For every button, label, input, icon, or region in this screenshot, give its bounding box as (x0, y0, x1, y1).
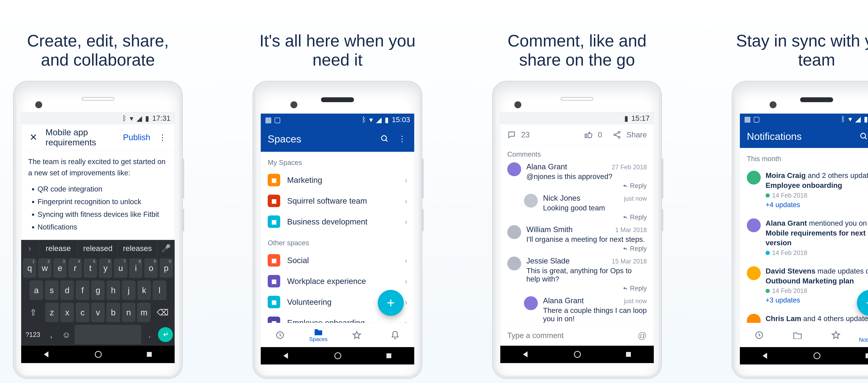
reply-button[interactable]: Reply (526, 285, 647, 292)
key-m[interactable]: m (137, 303, 151, 322)
home-icon[interactable] (334, 352, 342, 359)
svg-point-17 (335, 353, 341, 359)
key-h[interactable]: h (106, 280, 120, 300)
svg-point-14 (381, 136, 386, 140)
key-o[interactable]: o9 (144, 258, 158, 278)
key-numeric[interactable]: ?123 (23, 325, 43, 344)
suggestion-2[interactable]: released (78, 240, 118, 257)
key-comma[interactable]: , (44, 325, 58, 344)
back-icon[interactable] (283, 352, 290, 359)
key-x[interactable]: x (60, 303, 74, 322)
recents-icon[interactable] (625, 351, 632, 358)
updates-link[interactable]: +3 updates (766, 296, 868, 304)
search-icon[interactable] (379, 134, 390, 144)
tab-recent[interactable] (740, 330, 778, 340)
key-d[interactable]: d (60, 280, 74, 300)
svg-rect-18 (386, 353, 391, 358)
tab-recent[interactable] (261, 330, 299, 340)
key-b[interactable]: b (106, 303, 120, 322)
status-bar: ᛒ ▾ ◢ ▮ 17:31 (21, 112, 175, 125)
comment-text: There a couple things I can loop you in … (543, 306, 647, 323)
comment-icon[interactable] (507, 131, 516, 139)
home-icon[interactable] (813, 352, 821, 359)
key-enter[interactable] (158, 327, 173, 342)
key-e[interactable]: e3 (53, 258, 67, 278)
like-icon[interactable] (584, 131, 593, 139)
tab-spaces[interactable] (778, 331, 817, 339)
comment-author: Nick Jones (543, 194, 580, 202)
search-icon[interactable] (859, 131, 868, 142)
key-z[interactable]: z (45, 303, 59, 322)
mic-icon[interactable]: 🎤 (157, 240, 175, 257)
tab-starred[interactable] (338, 330, 376, 340)
home-icon[interactable] (574, 351, 581, 358)
notification-item[interactable]: David Stevens made updates on Outbound M… (740, 262, 868, 309)
key-t[interactable]: t5 (84, 258, 97, 278)
key-f[interactable]: f (76, 280, 89, 300)
key-backspace[interactable]: ⌫ (152, 303, 173, 322)
recents-icon[interactable] (146, 351, 153, 358)
key-n[interactable]: n (122, 303, 135, 322)
comment-author: William Smith (526, 225, 572, 234)
key-r[interactable]: r4 (68, 258, 82, 278)
key-y[interactable]: y6 (99, 258, 112, 278)
key-space[interactable] (75, 325, 141, 344)
notification-item[interactable]: Alana Grant mentioned you on Mobile requ… (740, 213, 868, 262)
key-p[interactable]: p0 (159, 258, 173, 278)
back-icon[interactable] (43, 351, 51, 358)
svg-rect-13 (147, 352, 152, 357)
tab-starred[interactable] (817, 330, 855, 340)
keyboard[interactable]: › release released releases 🎤 q1w2e3r4t5… (21, 240, 175, 346)
key-period[interactable]: . (143, 325, 156, 344)
comment-author: Alana Grant (543, 296, 584, 305)
key-emoji[interactable]: ☺ (60, 325, 73, 344)
reply-button[interactable]: Reply (526, 182, 647, 189)
updates-link[interactable]: +4 updates (766, 201, 868, 209)
back-icon[interactable] (762, 352, 769, 359)
suggestion-3[interactable]: releases (118, 240, 157, 257)
mention-icon[interactable]: @ (638, 330, 647, 341)
suggestion-1[interactable]: release (38, 240, 78, 257)
overflow-icon[interactable]: ⋮ (397, 134, 407, 144)
space-row[interactable]: ◼Social› (261, 250, 414, 271)
publish-button[interactable]: Publish (123, 133, 150, 142)
notification-item[interactable]: Moira Craig and 2 others updated Employe… (740, 166, 868, 213)
chevron-right-icon[interactable]: › (21, 240, 38, 257)
comment-text: I'll organise a meeting for next steps. (526, 235, 647, 244)
space-row[interactable]: ◼Marketing› (261, 170, 414, 190)
reply-button[interactable]: Reply (543, 213, 647, 221)
recents-icon[interactable] (865, 352, 868, 359)
comment-input[interactable] (507, 331, 633, 340)
overflow-icon[interactable]: ⋮ (157, 132, 168, 143)
key-k[interactable]: k (137, 280, 151, 300)
close-icon[interactable]: ✕ (28, 132, 38, 143)
space-row[interactable]: ◼Squirrel software team› (261, 190, 414, 211)
phone-3: ▮ 15:17 23 0 Share Comments Alana Grant2 (493, 81, 661, 378)
space-row[interactable]: ◼Workplace experience› (261, 271, 414, 291)
key-q[interactable]: q1 (23, 258, 36, 278)
tab-notifications[interactable] (376, 330, 414, 340)
share-icon[interactable] (613, 131, 621, 139)
tab-notifications[interactable]: Notifications (855, 327, 868, 343)
key-u[interactable]: u7 (114, 258, 127, 278)
key-j[interactable]: j (122, 280, 135, 300)
key-v[interactable]: v (91, 303, 105, 322)
reply-button[interactable]: Reply (526, 245, 647, 252)
key-s[interactable]: s (45, 280, 59, 300)
key-l[interactable]: l (153, 280, 166, 300)
fab-create[interactable]: + (378, 290, 404, 316)
share-button[interactable]: Share (626, 131, 647, 139)
comment-date: just now (624, 298, 647, 305)
key-c[interactable]: c (76, 303, 89, 322)
tab-spaces[interactable]: Spaces (299, 328, 338, 342)
key-w[interactable]: w2 (38, 258, 51, 278)
section-other-spaces: Other spaces (261, 232, 414, 250)
key-a[interactable]: a (30, 280, 43, 300)
key-g[interactable]: g (91, 280, 105, 300)
key-shift[interactable]: ⇧ (23, 303, 43, 322)
back-icon[interactable] (522, 351, 530, 358)
space-row[interactable]: ◼Business development› (261, 211, 414, 232)
home-icon[interactable] (94, 351, 102, 358)
key-i[interactable]: i8 (129, 258, 143, 278)
recents-icon[interactable] (385, 352, 392, 359)
